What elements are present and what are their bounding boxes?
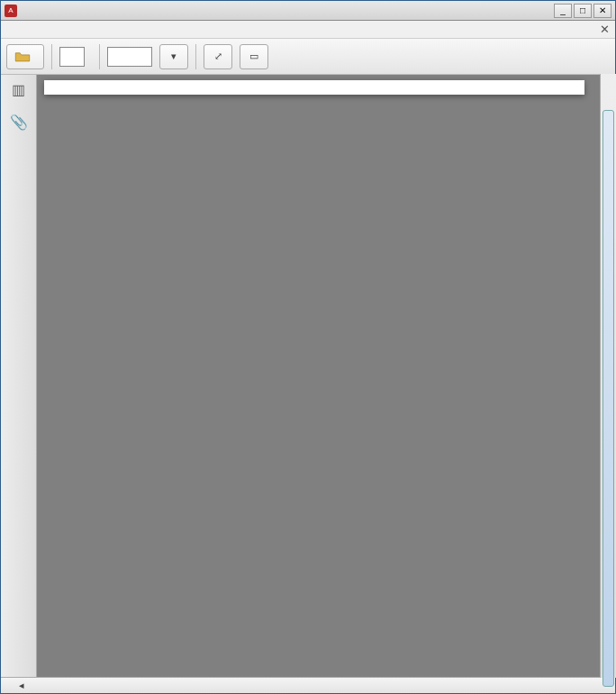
thumbnails-icon[interactable]: ▥ <box>9 80 29 98</box>
fit-page-button[interactable]: ⤢ <box>204 44 232 69</box>
folder-icon <box>14 50 31 63</box>
fit-icon: ⤢ <box>214 50 222 62</box>
zoom-dropdown[interactable]: ▾ <box>159 44 188 69</box>
page-icon: ▭ <box>249 50 258 62</box>
scrollbar-thumb[interactable] <box>602 110 614 687</box>
open-button[interactable] <box>6 44 44 69</box>
status-chevron-left[interactable]: ◂ <box>19 680 24 691</box>
attachments-icon[interactable]: 📎 <box>9 113 29 131</box>
page-input[interactable] <box>59 47 85 67</box>
maximize-button[interactable]: □ <box>574 4 592 18</box>
read-mode-button[interactable]: ▭ <box>240 44 268 69</box>
close-doc-icon[interactable]: ✕ <box>600 23 610 36</box>
zoom-input[interactable] <box>107 47 152 67</box>
close-button[interactable]: ✕ <box>593 4 611 18</box>
scrollbar-track[interactable] <box>600 74 616 678</box>
app-icon: A <box>5 5 17 17</box>
minimize-button[interactable]: _ <box>554 4 572 18</box>
pdf-page <box>44 80 584 95</box>
